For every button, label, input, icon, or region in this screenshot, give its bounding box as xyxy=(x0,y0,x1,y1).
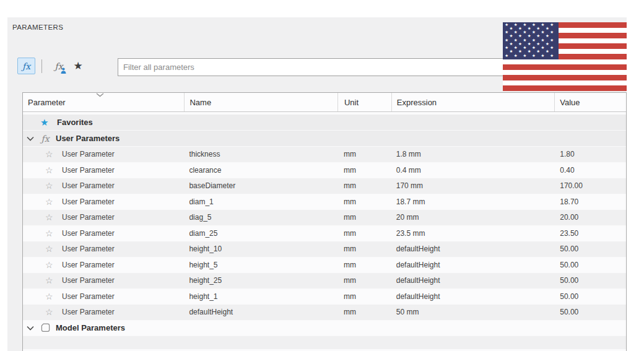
user-parameters-group-row[interactable]: ƒx User Parameters xyxy=(23,131,626,147)
parameter-name-cell[interactable]: height_5 xyxy=(184,258,337,274)
parameter-expression-cell[interactable]: 1.8 mm xyxy=(391,147,554,162)
favorite-star-icon[interactable]: ☆ xyxy=(45,307,56,317)
parameter-unit-cell: mm xyxy=(337,305,391,320)
parameter-expression-cell[interactable]: 18.7 mm xyxy=(391,194,554,210)
parameter-name-cell[interactable]: diam_25 xyxy=(184,226,337,242)
chevron-down-icon[interactable] xyxy=(27,326,35,331)
favorite-star-icon[interactable]: ☆ xyxy=(45,212,56,222)
parameter-unit-cell: mm xyxy=(337,258,391,274)
parameter-name-cell[interactable]: defaultHeight xyxy=(184,305,337,320)
parameter-row[interactable]: ☆User Parameterheight_10mmdefaultHeight5… xyxy=(23,241,626,258)
parameter-value-cell: 50.00 xyxy=(554,241,626,257)
column-header-expression[interactable]: Expression xyxy=(391,93,554,111)
parameter-row[interactable]: ☆User Parameterheight_25mmdefaultHeight5… xyxy=(23,273,626,289)
favorites-filter-button[interactable]: ★ xyxy=(69,58,87,74)
parameter-type-label: User Parameter xyxy=(62,245,115,253)
favorite-star-icon[interactable]: ☆ xyxy=(45,228,56,238)
parameter-unit-cell: mm xyxy=(337,241,391,257)
parameter-expression-cell[interactable]: defaultHeight xyxy=(391,273,554,288)
flag-star-icon: ★ xyxy=(505,23,508,27)
flag-star-icon: ★ xyxy=(546,42,549,46)
parameter-name-cell[interactable]: height_10 xyxy=(184,241,337,257)
flag-star-icon: ★ xyxy=(528,27,531,31)
favorite-star-icon[interactable]: ☆ xyxy=(45,165,56,175)
parameter-unit-cell: mm xyxy=(337,226,391,242)
flag-star-icon: ★ xyxy=(550,23,554,27)
parameter-type-label: User Parameter xyxy=(62,197,115,206)
favorite-star-icon[interactable]: ☆ xyxy=(45,292,56,301)
favorite-star-icon[interactable]: ☆ xyxy=(45,260,56,270)
dialog-title: PARAMETERS xyxy=(12,24,63,31)
parameter-name-cell[interactable]: diag_5 xyxy=(184,210,337,225)
parameter-value-cell: 1.80 xyxy=(554,147,626,162)
parameter-expression-cell[interactable]: 170 mm xyxy=(391,178,554,194)
table-header: Parameter Name Unit Expression Value xyxy=(23,93,626,112)
column-header-value[interactable]: Value xyxy=(554,93,626,111)
parameter-expression-cell[interactable]: defaultHeight xyxy=(391,289,554,305)
favorites-group-label: Favorites xyxy=(57,118,93,127)
parameters-table: Parameter Name Unit Expression Value ★ F… xyxy=(22,92,627,351)
cube-icon xyxy=(39,323,51,333)
parameter-expression-cell[interactable]: defaultHeight xyxy=(391,241,554,257)
parameter-row[interactable]: ☆User Parameterheight_5mmdefaultHeight50… xyxy=(23,258,626,274)
parameter-value-cell: 170.00 xyxy=(554,178,626,194)
favorite-star-icon[interactable]: ☆ xyxy=(45,197,56,207)
parameter-name-cell[interactable]: height_25 xyxy=(184,273,337,288)
parameter-row[interactable]: ☆User Parameterdiam_1mm18.7 mm18.70 xyxy=(23,194,626,210)
flag-star-icon: ★ xyxy=(536,42,540,46)
parameter-name-cell[interactable]: height_1 xyxy=(184,289,337,305)
flag-star-icon: ★ xyxy=(518,42,522,46)
parameter-expression-cell[interactable]: 23.5 mm xyxy=(391,226,554,242)
parameter-name-cell[interactable]: thickness xyxy=(184,147,337,162)
favorites-group-row[interactable]: ★ Favorites xyxy=(23,115,626,131)
parameter-value-cell: 20.00 xyxy=(554,210,626,225)
parameter-expression-cell[interactable]: 0.4 mm xyxy=(391,163,554,179)
flag-star-icon: ★ xyxy=(532,54,536,58)
parameter-row[interactable]: ☆User ParameterbaseDiametermm170 mm170.0… xyxy=(23,178,626,194)
parameter-value-cell: 23.50 xyxy=(554,226,626,242)
flag-star-icon: ★ xyxy=(505,30,508,35)
parameter-name-cell[interactable]: baseDiameter xyxy=(184,178,337,194)
flag-star-icon: ★ xyxy=(532,38,536,43)
model-parameters-group-row[interactable]: Model Parameters xyxy=(23,321,626,337)
parameter-expression-cell[interactable]: defaultHeight xyxy=(391,258,554,274)
parameter-row[interactable]: ☆User Parameterthicknessmm1.8 mm1.80 xyxy=(23,147,626,163)
parameter-name-cell[interactable]: diam_1 xyxy=(184,194,337,210)
parameter-row[interactable]: ☆User Parameterdiag_5mm20 mm20.00 xyxy=(23,210,626,226)
sort-indicator-icon[interactable] xyxy=(96,89,104,100)
column-header-name[interactable]: Name xyxy=(184,93,337,111)
favorite-star-icon[interactable]: ☆ xyxy=(45,149,56,159)
parameters-window: PARAMETERS ƒx ƒx ★ Parameter Name Unit E… xyxy=(0,0,644,351)
parameter-row[interactable]: ☆User Parameterdiam_25mm23.5 mm23.50 xyxy=(23,226,626,242)
flag-star-icon: ★ xyxy=(550,30,554,35)
flag-star-icon: ★ xyxy=(523,30,526,35)
flag-star-icon: ★ xyxy=(550,46,554,50)
favorite-star-icon[interactable]: ☆ xyxy=(45,181,56,191)
user-parameter-rows: ☆User Parameterthicknessmm1.8 mm1.80☆Use… xyxy=(23,147,626,321)
flag-star-icon: ★ xyxy=(546,27,549,31)
parameter-unit-cell: mm xyxy=(337,147,391,162)
flag-star-icon: ★ xyxy=(532,46,536,50)
column-header-unit[interactable]: Unit xyxy=(337,93,391,111)
flag-star-icon: ★ xyxy=(505,46,508,50)
parameter-row[interactable]: ☆User ParameterdefaultHeightmm50 mm50.00 xyxy=(23,305,626,321)
flag-star-icon: ★ xyxy=(532,30,536,35)
parameter-row[interactable]: ☆User Parameterclearancemm0.4 mm0.40 xyxy=(23,163,626,179)
parameter-value-cell: 50.00 xyxy=(554,305,626,320)
add-user-parameter-button[interactable]: ƒx xyxy=(50,58,68,74)
user-parameter-filter-button[interactable]: ƒx xyxy=(17,58,35,74)
parameter-expression-cell[interactable]: 50 mm xyxy=(391,305,554,320)
parameter-type-label: User Parameter xyxy=(62,213,115,222)
flag-star-icon: ★ xyxy=(541,54,545,58)
chevron-down-icon[interactable] xyxy=(27,136,35,141)
flag-star-icon: ★ xyxy=(510,50,513,54)
parameter-expression-cell[interactable]: 20 mm xyxy=(391,210,554,225)
parameter-type-label: User Parameter xyxy=(62,181,115,190)
parameter-unit-cell: mm xyxy=(337,210,391,225)
favorite-star-icon[interactable]: ☆ xyxy=(45,275,56,285)
parameter-name-cell[interactable]: clearance xyxy=(184,163,337,179)
parameter-row[interactable]: ☆User Parameterheight_1mmdefaultHeight50… xyxy=(23,289,626,305)
favorite-star-icon[interactable]: ☆ xyxy=(45,244,56,254)
flag-star-icon: ★ xyxy=(541,38,545,43)
flag-star-icon: ★ xyxy=(518,34,522,38)
